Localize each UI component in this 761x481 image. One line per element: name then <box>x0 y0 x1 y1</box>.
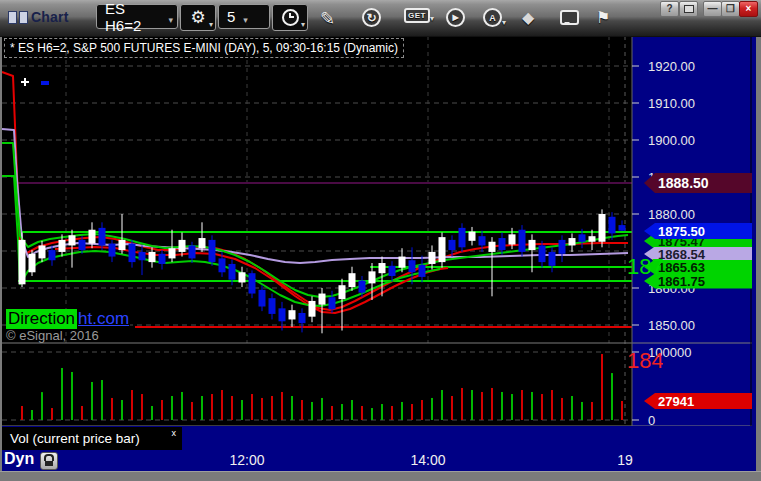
symbol-combo[interactable]: ES H6=2 ▾ <box>96 4 178 29</box>
close-button[interactable]: × <box>739 1 758 17</box>
help-icon: ? <box>666 4 672 14</box>
play-icon: ▶ <box>446 8 465 27</box>
window-frame-left <box>0 36 2 472</box>
chart-title[interactable]: * ES H6=2, S&P 500 FUTURES E-MINI (DAY),… <box>4 38 404 58</box>
lock-icon <box>44 454 54 461</box>
help-button[interactable]: ? <box>660 1 679 17</box>
flag-icon: ⚑ <box>596 8 610 27</box>
toolbar: Chart ES H6=2 ▾ ⚙ ▾ 5 ▾ ▾ ✎ ↻ GET ▾ ▶ <box>0 0 761 37</box>
symbol-value: ES H6=2 <box>105 0 160 34</box>
auto-analysis-icon: A <box>483 8 502 27</box>
price-tag-27941: 27941 <box>644 393 752 409</box>
watermark: Direction ht.com <box>6 309 130 329</box>
chart-window: Chart ES H6=2 ▾ ⚙ ▾ 5 ▾ ▾ ✎ ↻ GET ▾ ▶ <box>0 0 761 481</box>
refresh-icon: ↻ <box>362 8 381 27</box>
chevron-down-icon: ▾ <box>243 15 248 28</box>
upper-alert-price-label: 187 <box>627 256 663 278</box>
popout-button[interactable] <box>679 1 698 17</box>
chevron-down-icon: ▾ <box>502 18 506 27</box>
maximize-icon: ❒ <box>726 4 735 14</box>
volume-pane-tab-label: Vol (current price bar) <box>10 431 140 446</box>
interval-combo[interactable]: 5 ▾ <box>218 4 270 29</box>
chart-window-icon <box>8 11 28 24</box>
diamond-icon: ◆ <box>522 8 534 27</box>
chevron-down-icon: ▾ <box>301 20 305 29</box>
price-axis-label: 1910.00 <box>648 96 748 111</box>
price-axis-label: 1920.00 <box>648 59 748 74</box>
chevron-down-icon: ▾ <box>168 15 173 28</box>
symbol-settings-button[interactable]: ⚙ ▾ <box>180 4 216 31</box>
minimize-icon: — <box>708 4 718 14</box>
minimize-button[interactable]: — <box>703 1 722 17</box>
time-axis-label: 14:00 <box>410 452 445 468</box>
price-axis-label: 1850.00 <box>648 318 748 333</box>
chevron-down-icon: ▾ <box>430 14 434 23</box>
draw-tools-button[interactable]: ✎ <box>320 8 335 30</box>
chevron-down-icon: ▾ <box>209 20 213 29</box>
study-button[interactable]: ◆ <box>522 8 534 27</box>
interval-value: 5 <box>227 8 235 25</box>
price-axis-label: 1880.00 <box>648 207 748 222</box>
pencil-icon: ✎ <box>320 8 335 30</box>
reload-data-button[interactable]: ↻ <box>362 8 381 27</box>
lock-button[interactable] <box>40 452 58 470</box>
time-axis-label: 12:00 <box>229 452 264 468</box>
price-axis-label: 1900.00 <box>648 133 748 148</box>
lower-alert-price-label: 184 <box>627 350 663 372</box>
close-icon: × <box>746 4 752 14</box>
price-tag-1875.50: 1875.50 <box>644 223 752 239</box>
get-icon: GET <box>404 8 430 23</box>
speech-bubble-icon <box>560 10 579 25</box>
window-frame-bottom <box>0 471 761 481</box>
time-axis[interactable]: Dyn 12:0014:0019 <box>2 450 756 471</box>
auto-analysis-button[interactable]: A ▾ <box>483 8 506 27</box>
play-button[interactable]: ▶ <box>446 8 465 27</box>
time-axis-label: 19 <box>617 452 633 468</box>
gear-icon: ⚙ <box>190 9 205 26</box>
alert-flag-button[interactable]: ⚑ <box>596 8 610 27</box>
copyright-text: © eSignal, 2016 <box>6 328 99 343</box>
clock-icon <box>282 9 299 26</box>
popout-icon <box>684 5 694 13</box>
watermark-link: ht.com <box>77 309 130 329</box>
dynamic-mode-label: Dyn <box>4 450 34 468</box>
maximize-button[interactable]: ❒ <box>721 1 740 17</box>
close-pane-icon[interactable]: x <box>172 428 177 438</box>
chart-area: * ES H6=2, S&P 500 FUTURES E-MINI (DAY),… <box>0 36 761 472</box>
volume-axis-top-label: 100000 <box>648 345 748 360</box>
price-tag-1888.50: 1888.50 <box>644 173 752 193</box>
notes-button[interactable] <box>560 10 579 25</box>
get-data-button[interactable]: GET ▾ <box>404 8 434 23</box>
volume-pane-tab[interactable]: Vol (current price bar) x <box>2 427 182 450</box>
watermark-primary: Direction <box>6 309 77 329</box>
window-title: Chart <box>31 9 69 25</box>
window-frame-right <box>756 36 761 472</box>
time-template-button[interactable]: ▾ <box>272 4 308 31</box>
